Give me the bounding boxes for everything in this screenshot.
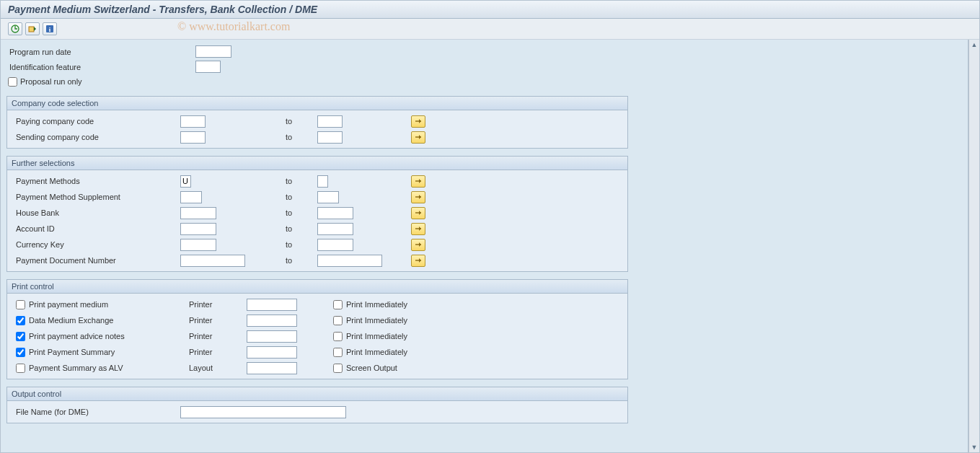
print-option-checkbox[interactable] (16, 316, 25, 325)
to-input[interactable] (317, 191, 339, 203)
program-run-date-label: Program run date (8, 48, 195, 56)
printer-layout-label: Printer (189, 300, 247, 309)
multiple-selection-button[interactable] (411, 191, 425, 203)
further-selection-row: Currency Key to (16, 237, 619, 252)
print-option-label: Print payment advice notes (16, 332, 189, 341)
print-immediately-label: Print Immediately (333, 316, 407, 325)
print-option-label: Print Payment Summary (16, 348, 189, 357)
print-option-text: Print Payment Summary (29, 348, 115, 356)
multiple-selection-button[interactable] (411, 115, 425, 128)
from-input[interactable] (180, 207, 216, 219)
top-parameters: Program run date Identification feature … (8, 44, 630, 89)
multiple-selection-button[interactable] (411, 223, 425, 235)
printer-layout-input[interactable] (247, 315, 297, 327)
printer-layout-label: Printer (189, 348, 247, 356)
multiple-selection-button[interactable] (411, 239, 425, 251)
to-label: to (286, 133, 317, 141)
print-option-checkbox[interactable] (16, 348, 25, 357)
printer-layout-input[interactable] (247, 330, 297, 343)
printer-layout-label: Printer (189, 316, 247, 325)
print-immediately-text: Screen Output (346, 364, 397, 372)
group-company-code-body: Paying company code to Sending company c… (7, 110, 627, 148)
group-print-control-header: Print control (7, 280, 627, 294)
further-selection-row: House Bank to (16, 205, 619, 221)
print-option-label: Data Medium Exchange (16, 316, 189, 325)
multiple-selection-icon (414, 209, 423, 216)
variant-icon (28, 25, 37, 33)
multiple-selection-icon (414, 241, 423, 248)
printer-layout-input[interactable] (247, 346, 297, 359)
field-label: Payment Methods (16, 177, 180, 185)
print-option-checkbox[interactable] (16, 364, 25, 373)
to-label: to (286, 208, 317, 217)
proposal-run-only-checkbox[interactable] (8, 77, 17, 87)
scroll-up-icon[interactable]: ▲ (971, 40, 978, 50)
multiple-selection-button[interactable] (411, 255, 425, 267)
from-input[interactable] (180, 239, 216, 251)
print-option-checkbox[interactable] (16, 332, 25, 341)
print-immediately-checkbox[interactable] (333, 364, 343, 373)
print-immediately-checkbox[interactable] (333, 300, 343, 309)
further-selection-row: Account ID to (16, 221, 619, 237)
company-code-row: Paying company code to (16, 113, 619, 129)
execute-button[interactable] (8, 22, 22, 35)
print-option-label: Payment Summary as ALV (16, 364, 189, 373)
watermark: © www.tutorialkart.com (177, 20, 290, 33)
field-label: House Bank (16, 208, 180, 217)
file-name-input[interactable] (180, 406, 346, 418)
proposal-run-only-label: Proposal run only (20, 77, 82, 86)
printer-layout-label: Layout (189, 364, 247, 372)
to-input[interactable] (317, 239, 353, 251)
get-variant-button[interactable] (25, 22, 40, 35)
svg-rect-1 (29, 27, 34, 32)
toolbar: i © www.tutorialkart.com (1, 19, 979, 40)
print-option-text: Data Medium Exchange (29, 316, 113, 325)
from-input[interactable] (180, 255, 245, 267)
print-immediately-label: Print Immediately (333, 300, 407, 309)
vertical-scrollbar[interactable]: ▲ ▼ (968, 40, 979, 452)
print-immediately-text: Print Immediately (346, 332, 407, 340)
printer-layout-input[interactable] (247, 362, 297, 374)
to-input[interactable] (317, 223, 353, 235)
print-immediately-checkbox[interactable] (333, 316, 343, 325)
program-run-date-input[interactable] (195, 45, 231, 58)
to-input[interactable] (317, 115, 343, 128)
multiple-selection-icon (414, 257, 423, 264)
print-immediately-text: Print Immediately (346, 300, 407, 309)
multiple-selection-button[interactable] (411, 175, 425, 188)
to-input[interactable] (317, 207, 353, 219)
group-print-control: Print control Print payment medium Print… (6, 279, 628, 379)
info-button[interactable]: i (43, 22, 57, 35)
from-input[interactable] (180, 175, 191, 188)
group-output-control: Output control File Name (for DME) (6, 387, 628, 423)
from-input[interactable] (180, 223, 216, 235)
from-input[interactable] (180, 115, 206, 128)
from-input[interactable] (180, 191, 202, 203)
to-label: to (286, 240, 317, 249)
print-immediately-checkbox[interactable] (333, 348, 343, 357)
content-area: Program run date Identification feature … (1, 40, 968, 452)
printer-layout-label: Printer (189, 332, 247, 340)
page-title: Payment Medium Switzerland - Transfers, … (8, 4, 317, 15)
company-code-row: Sending company code to (16, 129, 619, 145)
multiple-selection-button[interactable] (411, 207, 425, 219)
print-immediately-label: Screen Output (333, 364, 397, 373)
to-input[interactable] (317, 131, 343, 144)
to-input[interactable] (317, 175, 328, 188)
print-immediately-checkbox[interactable] (333, 332, 343, 341)
multiple-selection-button[interactable] (411, 131, 425, 144)
identification-feature-input[interactable] (195, 61, 221, 73)
printer-layout-input[interactable] (247, 299, 297, 311)
field-label: Sending company code (16, 133, 180, 141)
print-control-row: Print payment medium Printer Print Immed… (16, 296, 619, 312)
group-print-control-body: Print payment medium Printer Print Immed… (7, 294, 627, 379)
print-control-row: Print Payment Summary Printer Print Imme… (16, 344, 619, 360)
further-selection-row: Payment Methods to (16, 173, 619, 189)
from-input[interactable] (180, 131, 206, 144)
body-container: Program run date Identification feature … (1, 40, 979, 452)
scroll-down-icon[interactable]: ▼ (971, 442, 978, 452)
to-input[interactable] (317, 255, 382, 267)
print-immediately-label: Print Immediately (333, 332, 407, 341)
print-option-checkbox[interactable] (16, 300, 25, 309)
print-control-row: Payment Summary as ALV Layout Screen Out… (16, 360, 619, 376)
